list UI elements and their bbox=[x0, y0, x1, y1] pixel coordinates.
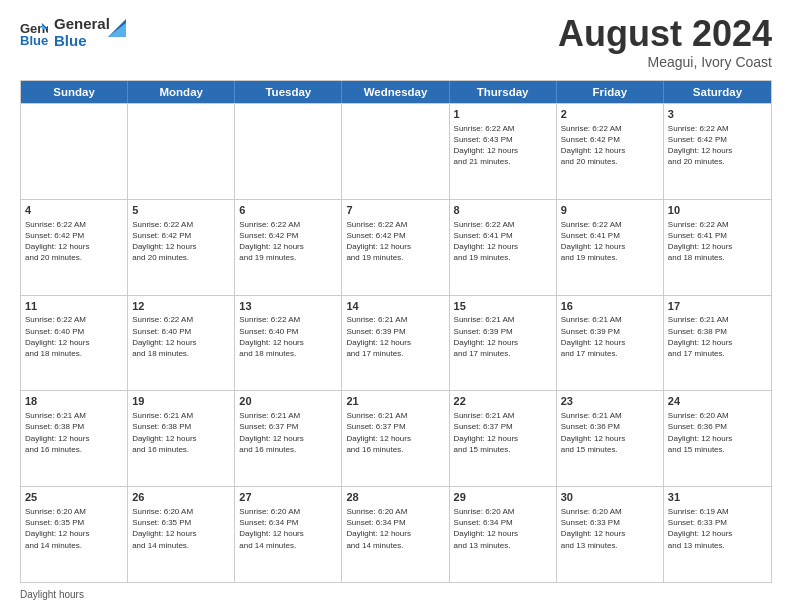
day-number: 10 bbox=[668, 203, 767, 218]
svg-text:Blue: Blue bbox=[20, 33, 48, 47]
header: General Blue General Blue August 2024 Me… bbox=[20, 16, 772, 70]
day-info: Sunrise: 6:21 AM Sunset: 6:39 PM Dayligh… bbox=[561, 314, 659, 359]
logo-line1: General bbox=[54, 16, 110, 33]
day-info: Sunrise: 6:22 AM Sunset: 6:42 PM Dayligh… bbox=[239, 219, 337, 264]
day-info: Sunrise: 6:21 AM Sunset: 6:39 PM Dayligh… bbox=[454, 314, 552, 359]
calendar-week-3: 11Sunrise: 6:22 AM Sunset: 6:40 PM Dayli… bbox=[21, 295, 771, 391]
day-info: Sunrise: 6:22 AM Sunset: 6:41 PM Dayligh… bbox=[668, 219, 767, 264]
calendar-cell: 3Sunrise: 6:22 AM Sunset: 6:42 PM Daylig… bbox=[664, 104, 771, 199]
day-number: 9 bbox=[561, 203, 659, 218]
calendar-cell: 31Sunrise: 6:19 AM Sunset: 6:33 PM Dayli… bbox=[664, 487, 771, 582]
calendar-week-1: 1Sunrise: 6:22 AM Sunset: 6:43 PM Daylig… bbox=[21, 103, 771, 199]
calendar-cell: 20Sunrise: 6:21 AM Sunset: 6:37 PM Dayli… bbox=[235, 391, 342, 486]
calendar-cell: 29Sunrise: 6:20 AM Sunset: 6:34 PM Dayli… bbox=[450, 487, 557, 582]
day-info: Sunrise: 6:20 AM Sunset: 6:35 PM Dayligh… bbox=[132, 506, 230, 551]
day-info: Sunrise: 6:21 AM Sunset: 6:37 PM Dayligh… bbox=[346, 410, 444, 455]
calendar-week-5: 25Sunrise: 6:20 AM Sunset: 6:35 PM Dayli… bbox=[21, 486, 771, 582]
day-number: 19 bbox=[132, 394, 230, 409]
day-header-sunday: Sunday bbox=[21, 81, 128, 103]
day-number: 31 bbox=[668, 490, 767, 505]
calendar-cell: 14Sunrise: 6:21 AM Sunset: 6:39 PM Dayli… bbox=[342, 296, 449, 391]
calendar-cell: 4Sunrise: 6:22 AM Sunset: 6:42 PM Daylig… bbox=[21, 200, 128, 295]
page: General Blue General Blue August 2024 Me… bbox=[0, 0, 792, 612]
day-number: 30 bbox=[561, 490, 659, 505]
day-info: Sunrise: 6:21 AM Sunset: 6:38 PM Dayligh… bbox=[25, 410, 123, 455]
calendar-cell: 7Sunrise: 6:22 AM Sunset: 6:42 PM Daylig… bbox=[342, 200, 449, 295]
day-info: Sunrise: 6:21 AM Sunset: 6:37 PM Dayligh… bbox=[239, 410, 337, 455]
day-info: Sunrise: 6:20 AM Sunset: 6:33 PM Dayligh… bbox=[561, 506, 659, 551]
calendar-cell: 25Sunrise: 6:20 AM Sunset: 6:35 PM Dayli… bbox=[21, 487, 128, 582]
day-number: 27 bbox=[239, 490, 337, 505]
calendar-cell: 9Sunrise: 6:22 AM Sunset: 6:41 PM Daylig… bbox=[557, 200, 664, 295]
day-number: 25 bbox=[25, 490, 123, 505]
day-info: Sunrise: 6:22 AM Sunset: 6:42 PM Dayligh… bbox=[132, 219, 230, 264]
day-info: Sunrise: 6:22 AM Sunset: 6:42 PM Dayligh… bbox=[561, 123, 659, 168]
calendar-cell: 1Sunrise: 6:22 AM Sunset: 6:43 PM Daylig… bbox=[450, 104, 557, 199]
calendar-cell: 15Sunrise: 6:21 AM Sunset: 6:39 PM Dayli… bbox=[450, 296, 557, 391]
calendar-cell: 6Sunrise: 6:22 AM Sunset: 6:42 PM Daylig… bbox=[235, 200, 342, 295]
calendar-cell: 30Sunrise: 6:20 AM Sunset: 6:33 PM Dayli… bbox=[557, 487, 664, 582]
calendar-week-4: 18Sunrise: 6:21 AM Sunset: 6:38 PM Dayli… bbox=[21, 390, 771, 486]
calendar-cell: 23Sunrise: 6:21 AM Sunset: 6:36 PM Dayli… bbox=[557, 391, 664, 486]
day-info: Sunrise: 6:21 AM Sunset: 6:37 PM Dayligh… bbox=[454, 410, 552, 455]
calendar-cell: 24Sunrise: 6:20 AM Sunset: 6:36 PM Dayli… bbox=[664, 391, 771, 486]
calendar-cell bbox=[342, 104, 449, 199]
day-header-tuesday: Tuesday bbox=[235, 81, 342, 103]
day-info: Sunrise: 6:22 AM Sunset: 6:43 PM Dayligh… bbox=[454, 123, 552, 168]
day-info: Sunrise: 6:20 AM Sunset: 6:34 PM Dayligh… bbox=[346, 506, 444, 551]
day-number: 24 bbox=[668, 394, 767, 409]
day-number: 26 bbox=[132, 490, 230, 505]
day-number: 13 bbox=[239, 299, 337, 314]
day-header-saturday: Saturday bbox=[664, 81, 771, 103]
calendar-cell: 5Sunrise: 6:22 AM Sunset: 6:42 PM Daylig… bbox=[128, 200, 235, 295]
day-number: 29 bbox=[454, 490, 552, 505]
calendar: SundayMondayTuesdayWednesdayThursdayFrid… bbox=[20, 80, 772, 583]
day-info: Sunrise: 6:22 AM Sunset: 6:42 PM Dayligh… bbox=[668, 123, 767, 168]
calendar-cell: 28Sunrise: 6:20 AM Sunset: 6:34 PM Dayli… bbox=[342, 487, 449, 582]
calendar-header: SundayMondayTuesdayWednesdayThursdayFrid… bbox=[21, 81, 771, 103]
day-info: Sunrise: 6:20 AM Sunset: 6:35 PM Dayligh… bbox=[25, 506, 123, 551]
day-number: 28 bbox=[346, 490, 444, 505]
day-info: Sunrise: 6:22 AM Sunset: 6:41 PM Dayligh… bbox=[454, 219, 552, 264]
calendar-body: 1Sunrise: 6:22 AM Sunset: 6:43 PM Daylig… bbox=[21, 103, 771, 582]
day-info: Sunrise: 6:22 AM Sunset: 6:41 PM Dayligh… bbox=[561, 219, 659, 264]
day-number: 1 bbox=[454, 107, 552, 122]
calendar-cell bbox=[128, 104, 235, 199]
day-number: 4 bbox=[25, 203, 123, 218]
day-number: 17 bbox=[668, 299, 767, 314]
day-info: Sunrise: 6:21 AM Sunset: 6:36 PM Dayligh… bbox=[561, 410, 659, 455]
day-header-friday: Friday bbox=[557, 81, 664, 103]
day-number: 12 bbox=[132, 299, 230, 314]
calendar-cell: 13Sunrise: 6:22 AM Sunset: 6:40 PM Dayli… bbox=[235, 296, 342, 391]
day-number: 14 bbox=[346, 299, 444, 314]
calendar-cell bbox=[21, 104, 128, 199]
day-header-thursday: Thursday bbox=[450, 81, 557, 103]
title-section: August 2024 Meagui, Ivory Coast bbox=[558, 16, 772, 70]
day-header-wednesday: Wednesday bbox=[342, 81, 449, 103]
day-info: Sunrise: 6:21 AM Sunset: 6:39 PM Dayligh… bbox=[346, 314, 444, 359]
day-number: 7 bbox=[346, 203, 444, 218]
day-number: 23 bbox=[561, 394, 659, 409]
month-title: August 2024 bbox=[558, 16, 772, 52]
day-info: Sunrise: 6:22 AM Sunset: 6:40 PM Dayligh… bbox=[239, 314, 337, 359]
logo-icon: General Blue bbox=[20, 19, 48, 47]
day-number: 18 bbox=[25, 394, 123, 409]
calendar-cell: 22Sunrise: 6:21 AM Sunset: 6:37 PM Dayli… bbox=[450, 391, 557, 486]
day-info: Sunrise: 6:19 AM Sunset: 6:33 PM Dayligh… bbox=[668, 506, 767, 551]
day-number: 5 bbox=[132, 203, 230, 218]
calendar-cell: 8Sunrise: 6:22 AM Sunset: 6:41 PM Daylig… bbox=[450, 200, 557, 295]
location-subtitle: Meagui, Ivory Coast bbox=[558, 54, 772, 70]
logo-line2: Blue bbox=[54, 33, 110, 50]
calendar-cell bbox=[235, 104, 342, 199]
calendar-cell: 2Sunrise: 6:22 AM Sunset: 6:42 PM Daylig… bbox=[557, 104, 664, 199]
calendar-cell: 27Sunrise: 6:20 AM Sunset: 6:34 PM Dayli… bbox=[235, 487, 342, 582]
day-number: 11 bbox=[25, 299, 123, 314]
calendar-cell: 26Sunrise: 6:20 AM Sunset: 6:35 PM Dayli… bbox=[128, 487, 235, 582]
day-info: Sunrise: 6:22 AM Sunset: 6:42 PM Dayligh… bbox=[346, 219, 444, 264]
calendar-cell: 19Sunrise: 6:21 AM Sunset: 6:38 PM Dayli… bbox=[128, 391, 235, 486]
calendar-cell: 18Sunrise: 6:21 AM Sunset: 6:38 PM Dayli… bbox=[21, 391, 128, 486]
logo: General Blue General Blue bbox=[20, 16, 126, 49]
day-info: Sunrise: 6:21 AM Sunset: 6:38 PM Dayligh… bbox=[132, 410, 230, 455]
calendar-cell: 17Sunrise: 6:21 AM Sunset: 6:38 PM Dayli… bbox=[664, 296, 771, 391]
day-number: 8 bbox=[454, 203, 552, 218]
